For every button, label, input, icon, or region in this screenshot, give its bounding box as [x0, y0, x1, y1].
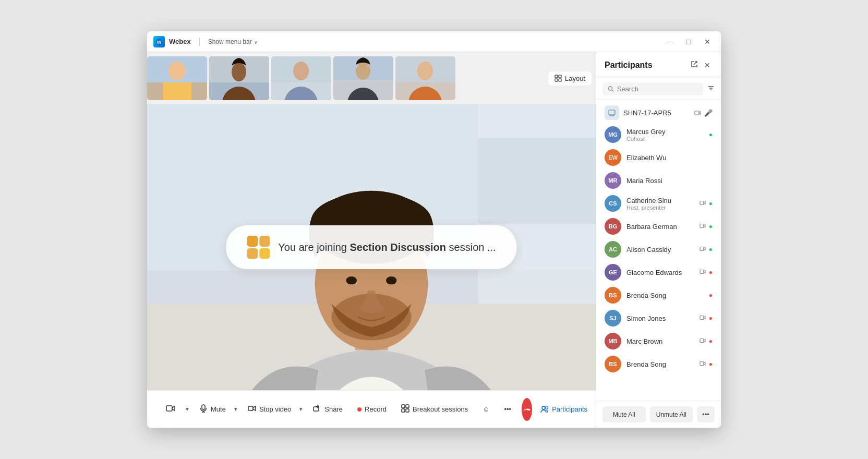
joining-text: You are joining Section Discussion sessi… [278, 241, 496, 253]
share-button[interactable]: Share [307, 400, 349, 418]
mic-muted-icon: ● [709, 337, 713, 345]
mic-muted-icon: ● [709, 269, 713, 276]
svg-line-60 [612, 90, 613, 92]
participant-item[interactable]: BG Barbara German ● [596, 215, 721, 238]
participant-name: Giacomo Edwards [626, 269, 694, 276]
layout-button[interactable]: Layout [548, 71, 592, 86]
svg-rect-52 [402, 405, 405, 408]
participants-more-button[interactable]: ••• [697, 406, 715, 422]
svg-rect-44 [166, 406, 172, 411]
video-dropdown[interactable]: ▾ [297, 402, 305, 417]
mic-muted-icon: ● [709, 315, 713, 322]
participant-name: Alison Cassidy [626, 246, 694, 253]
camera-dropdown[interactable]: ▾ [184, 402, 191, 417]
thumbnail-5[interactable] [395, 56, 455, 100]
svg-point-17 [356, 62, 370, 80]
breakout-button[interactable]: Breakout sessions [395, 400, 474, 418]
participant-icons: ● [700, 269, 713, 276]
svg-rect-70 [700, 224, 704, 227]
show-menu-bar-toggle[interactable]: Show menu bar [208, 38, 258, 45]
participant-icons: ● [700, 200, 713, 208]
sidebar-title: Participants [605, 61, 689, 70]
share-icon [313, 404, 321, 414]
svg-point-59 [608, 87, 612, 90]
svg-rect-69 [700, 201, 704, 204]
window-controls: ─ □ ✕ [662, 34, 715, 49]
svg-rect-71 [700, 247, 704, 250]
svg-rect-6 [163, 82, 191, 100]
participant-name: Simon Jones [626, 315, 694, 322]
svg-point-13 [293, 62, 309, 80]
participant-name: Brenda Song [626, 360, 694, 368]
search-input-wrap [602, 82, 703, 95]
mute-all-button[interactable]: Mute All [602, 406, 646, 422]
control-bar: ▾ Mute [147, 390, 596, 428]
svg-rect-23 [555, 75, 558, 78]
popout-button[interactable] [689, 58, 700, 71]
mic-on-icon: ● [709, 246, 713, 253]
participant-icons: ● [709, 292, 713, 299]
svg-point-57 [546, 406, 548, 409]
participant-icons: ● [700, 223, 713, 231]
participants-list: SHN7-17-APR5 🎤 MG Marcus Grey Cohost [596, 100, 721, 401]
participant-role: Cohost [626, 136, 704, 142]
mic-icon [199, 404, 208, 414]
participant-item[interactable]: EW Elizabeth Wu [596, 146, 721, 169]
cam-icon [700, 315, 706, 322]
mute-dropdown[interactable]: ▾ [232, 402, 239, 417]
participant-avatar: SJ [605, 310, 621, 327]
bottom-tabs: Participants Chat ••• [534, 401, 596, 418]
main-video: You are joining Section Discussion sessi… [147, 104, 596, 390]
breakout-icon [401, 404, 409, 414]
svg-rect-30 [478, 138, 596, 224]
participant-item[interactable]: AC Alison Cassidy ● [596, 238, 721, 261]
app-window: W Webex Show menu bar ─ □ ✕ [147, 31, 721, 428]
participant-item[interactable]: CS Catherine Sinu Host, presenter ● [596, 192, 721, 215]
participant-icons: ● [700, 246, 713, 253]
thumbnail-2[interactable] [209, 56, 269, 100]
session-mic-icon: 🎤 [704, 109, 713, 117]
end-call-button[interactable] [522, 398, 532, 421]
camera-effects-icon [166, 404, 175, 415]
close-sidebar-button[interactable]: ✕ [702, 58, 713, 71]
search-icon [608, 86, 614, 92]
participant-item[interactable]: MR Maria Rossi [596, 169, 721, 192]
thumbnail-1[interactable] [147, 56, 207, 100]
svg-point-4 [168, 62, 185, 80]
search-input[interactable] [617, 85, 698, 93]
mute-button[interactable]: Mute [193, 400, 232, 418]
participant-icons: ● [700, 337, 713, 345]
thumbnail-3[interactable] [271, 56, 331, 100]
participant-item[interactable]: BS Brenda Song ● [596, 284, 721, 307]
participant-item[interactable]: BS Brenda Song ● [596, 353, 721, 376]
participant-avatar: MG [605, 126, 621, 143]
unmute-all-button[interactable]: Unmute All [650, 406, 693, 422]
emoji-icon: ☺ [483, 405, 489, 413]
close-button[interactable]: ✕ [700, 34, 715, 49]
more-button[interactable]: ••• [498, 401, 517, 417]
thumbnail-4[interactable] [333, 56, 393, 100]
session-cam-icon [694, 110, 701, 116]
svg-point-56 [542, 406, 545, 409]
participant-item[interactable]: MG Marcus Grey Cohost ● [596, 123, 721, 146]
cam-icon [700, 246, 706, 253]
participant-item[interactable]: MB Marc Brown ● [596, 330, 721, 353]
video-area: Layout [147, 52, 596, 428]
mic-muted-icon: ● [709, 360, 713, 368]
participant-item[interactable]: SJ Simon Jones ● [596, 307, 721, 330]
maximize-button[interactable]: □ [681, 34, 696, 49]
camera-effects-button[interactable] [160, 400, 182, 419]
svg-point-48 [204, 405, 205, 406]
participants-tab-button[interactable]: Participants [534, 401, 594, 418]
participant-item[interactable]: GE Giacomo Edwards ● [596, 261, 721, 284]
svg-rect-74 [700, 339, 704, 342]
stop-video-button[interactable]: Stop video [242, 400, 297, 418]
cam-icon [700, 360, 706, 368]
mic-muted-icon: ● [709, 292, 713, 299]
svg-rect-53 [406, 405, 409, 408]
minimize-button[interactable]: ─ [662, 34, 677, 49]
sort-button[interactable] [707, 84, 715, 93]
emoji-button[interactable]: ☺ [476, 401, 496, 417]
participant-name: Marc Brown [626, 337, 694, 345]
record-button[interactable]: Record [351, 401, 393, 417]
